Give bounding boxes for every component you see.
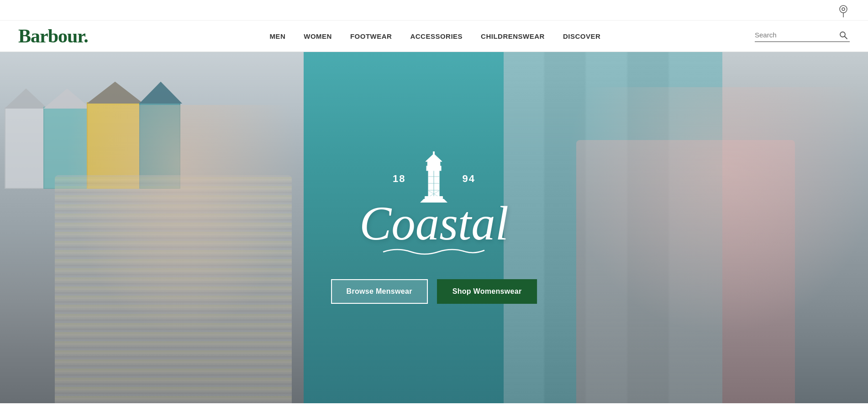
search-form <box>755 31 850 42</box>
nav-item-women[interactable]: WOMEN <box>304 32 332 40</box>
nav-item-discover[interactable]: DISCOVER <box>563 32 600 40</box>
header-top-bar <box>0 0 868 21</box>
nav-item-footwear[interactable]: FOOTWEAR <box>350 32 392 40</box>
year-right: 94 <box>463 173 475 185</box>
svg-marker-17 <box>426 154 442 161</box>
browse-menswear-button[interactable]: Browse Menswear <box>331 279 428 304</box>
wave-underline-icon <box>379 245 489 256</box>
svg-line-4 <box>845 36 847 39</box>
nav-item-childrenswear[interactable]: CHILDRENSWEAR <box>481 32 545 40</box>
main-nav: MEN WOMEN FOOTWEAR ACCESSORIES CHILDRENS… <box>116 32 755 40</box>
search-submit-button[interactable] <box>837 31 850 40</box>
nav-item-men[interactable]: MEN <box>269 32 285 40</box>
svg-point-1 <box>842 8 845 10</box>
search-input[interactable] <box>755 31 837 39</box>
hero-section: 18 <box>0 52 868 403</box>
svg-point-3 <box>840 32 845 37</box>
location-button[interactable] <box>837 4 850 18</box>
search-icon <box>839 31 848 40</box>
header-main: Barbour. MEN WOMEN FOOTWEAR ACCESSORIES … <box>0 21 868 52</box>
collection-name: Coastal <box>359 199 509 247</box>
site-header: Barbour. MEN WOMEN FOOTWEAR ACCESSORIES … <box>0 0 868 52</box>
person-left-overlay <box>18 105 347 404</box>
lighthouse-group: 18 <box>393 151 475 206</box>
nav-item-accessories[interactable]: ACCESSORIES <box>410 32 463 40</box>
svg-point-0 <box>840 5 847 13</box>
site-logo[interactable]: Barbour. <box>18 25 88 47</box>
hero-center-content: 18 <box>331 151 537 304</box>
person-right-overlay <box>504 87 868 403</box>
hero-right-bg <box>504 52 868 403</box>
svg-rect-19 <box>425 196 443 199</box>
svg-rect-18 <box>433 151 435 154</box>
svg-rect-16 <box>428 161 441 167</box>
hero-buttons: Browse Menswear Shop Womenswear <box>331 279 537 304</box>
svg-marker-20 <box>421 199 448 203</box>
location-icon <box>837 4 850 18</box>
shop-womenswear-button[interactable]: Shop Womenswear <box>437 279 537 304</box>
year-left: 18 <box>393 173 405 185</box>
lighthouse-icon <box>411 151 457 206</box>
